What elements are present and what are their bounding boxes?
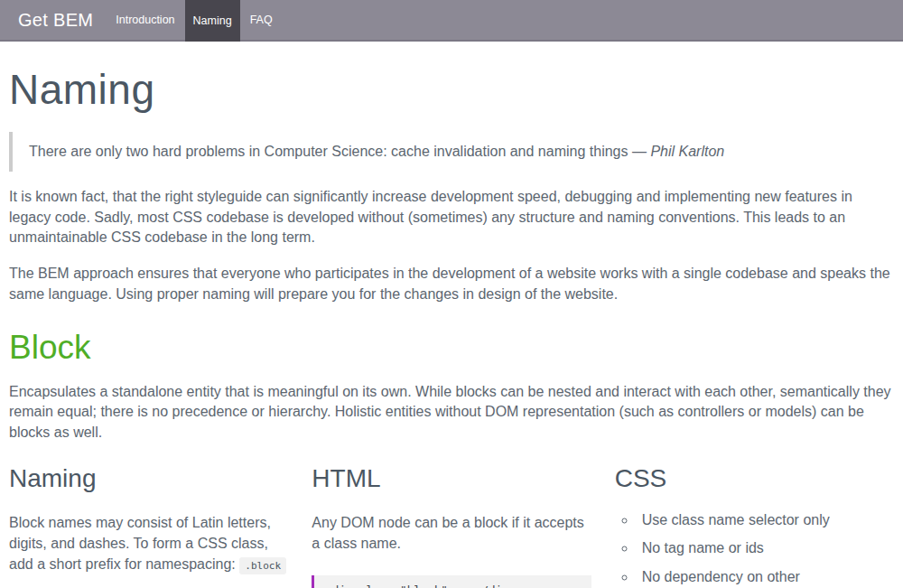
css-rules-list: Use class name selector only No tag name…	[615, 510, 894, 588]
css-rule-item: No dependency on other blocks/elements o…	[622, 567, 894, 588]
nav-item-faq[interactable]: FAQ	[242, 0, 281, 40]
column-html: HTML Any DOM node can be a block if it a…	[312, 459, 591, 588]
block-class-inline-code: .block	[239, 557, 286, 574]
nav-item-introduction[interactable]: Introduction	[107, 0, 182, 40]
top-navbar: Get BEM Introduction Naming FAQ	[0, 0, 903, 42]
intro-paragraph-1: It is known fact, that the right stylegu…	[9, 187, 894, 248]
column-css-heading: CSS	[615, 464, 894, 493]
column-naming-text-body: Block names may consist of Latin letters…	[9, 515, 271, 572]
main-content: Naming There are only two hard problems …	[0, 65, 903, 588]
quote-text: There are only two hard problems in Comp…	[29, 144, 628, 159]
css-rule-item: No tag name or ids	[622, 538, 894, 559]
block-columns: Naming Block names may consist of Latin …	[9, 459, 894, 588]
main-nav: Introduction Naming FAQ	[106, 0, 280, 40]
nav-item-naming[interactable]: Naming	[185, 0, 240, 42]
column-html-text: Any DOM node can be a block if it accept…	[312, 512, 591, 554]
column-naming-text: Block names may consist of Latin letters…	[9, 512, 288, 575]
css-rule-item: Use class name selector only	[622, 510, 894, 531]
page-title: Naming	[9, 65, 894, 114]
quote-block: There are only two hard problems in Comp…	[9, 132, 894, 172]
column-naming-heading: Naming	[9, 464, 288, 493]
quote-separator: —	[632, 144, 647, 159]
intro-paragraph-2: The BEM approach ensures that everyone w…	[9, 264, 894, 304]
column-naming: Naming Block names may consist of Latin …	[9, 459, 288, 588]
quote-attribution: Phil Karlton	[650, 144, 724, 159]
block-section-heading: Block	[9, 329, 894, 367]
column-css: CSS Use class name selector only No tag …	[615, 459, 894, 588]
block-section-description: Encapsulates a standalone entity that is…	[9, 382, 894, 443]
brand-logo[interactable]: Get BEM	[0, 0, 106, 40]
column-html-heading: HTML	[312, 464, 591, 493]
html-code-block: <div class="block">...</div>	[312, 575, 591, 588]
